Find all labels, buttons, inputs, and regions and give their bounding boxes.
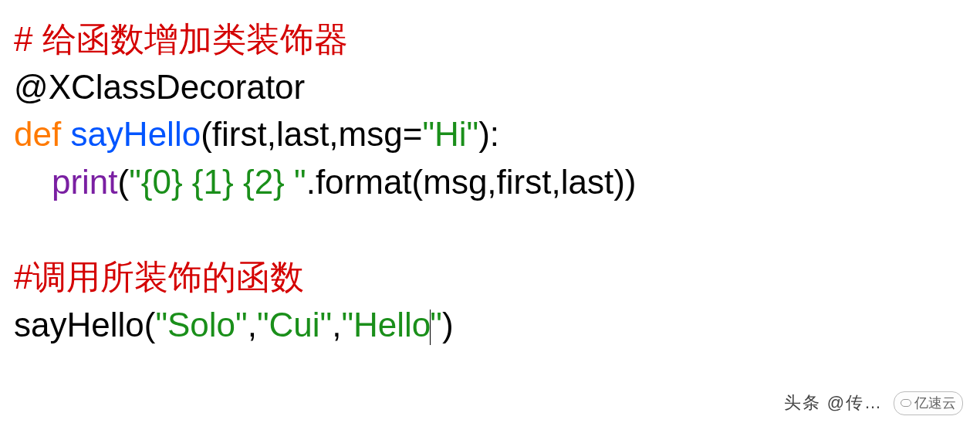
default-string: "Hi": [422, 115, 478, 153]
decorator: @XClassDecorator: [14, 68, 305, 106]
arg-solo: "Solo": [155, 306, 247, 343]
code-line-1: # 给函数增加类装饰器: [14, 15, 966, 63]
watermark: 头条 @传… 亿速云: [784, 391, 963, 415]
print-call: print: [52, 163, 118, 201]
arg-hello-b: ": [430, 306, 442, 343]
watermark-badge: 亿速云: [894, 391, 963, 415]
call-close: ): [442, 306, 454, 343]
signature-close: ):: [478, 115, 499, 153]
watermark-text: 头条 @传…: [784, 391, 883, 415]
code-line-3: def sayHello(first,last,msg="Hi"):: [14, 110, 966, 158]
blank-line: [14, 205, 966, 253]
signature-open: (first,last,msg=: [201, 115, 422, 153]
arg-hello-a: "Hello: [341, 306, 431, 343]
comment: # 给函数增加类装饰器: [14, 20, 348, 58]
format-string: "{0} {1} {2} ": [129, 163, 306, 201]
format-call: .format(msg,first,last)): [306, 163, 637, 201]
badge-label: 亿速云: [914, 394, 956, 413]
call-sayhello: sayHello: [14, 306, 144, 343]
code-line-7: sayHello("Solo","Cui","Hello"): [14, 301, 966, 349]
comma-2: ,: [332, 306, 341, 343]
badge-icon: [901, 399, 911, 407]
code-line-4: print("{0} {1} {2} ".format(msg,first,la…: [14, 158, 966, 206]
comment-call: #调用所装饰的函数: [14, 258, 304, 296]
call-open: (: [144, 306, 156, 343]
code-line-6: #调用所装饰的函数: [14, 253, 966, 301]
comma-1: ,: [248, 306, 257, 343]
func-sayhello: sayHello: [70, 115, 201, 153]
paren-open: (: [118, 163, 130, 201]
code-line-2: @XClassDecorator: [14, 63, 966, 111]
arg-cui: "Cui": [257, 306, 332, 343]
indent: [14, 163, 52, 201]
keyword-def: def: [14, 115, 70, 153]
